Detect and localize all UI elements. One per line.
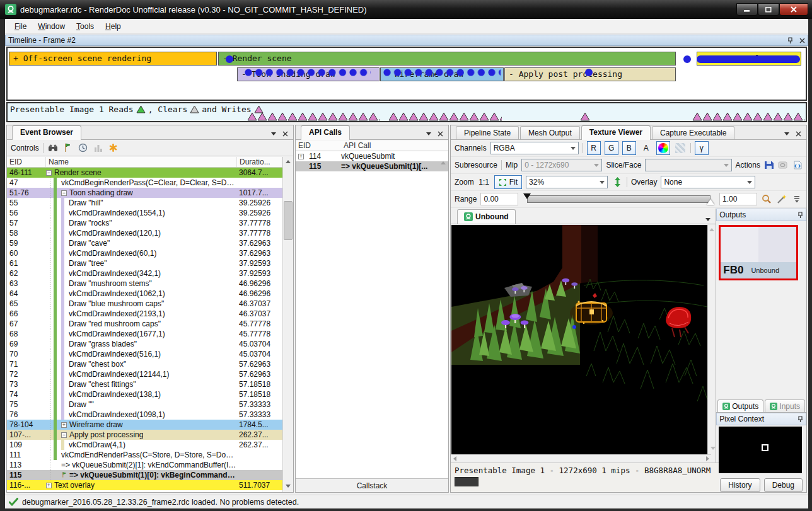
panel-menu-icon[interactable] <box>426 132 431 135</box>
custom-display-button[interactable] <box>656 141 670 155</box>
minimize-button[interactable] <box>736 3 758 16</box>
event-row[interactable]: 68vkCmdDrawIndexed(1677,1)45.77778 <box>7 329 282 339</box>
save-icon[interactable] <box>764 159 774 171</box>
mip-combo[interactable]: 0 - 1272x690 <box>521 159 602 171</box>
event-row[interactable]: 56vkCmdDrawIndexed(1554,1)39.25926 <box>7 208 282 218</box>
blue-channel-button[interactable]: B <box>622 141 636 155</box>
overlay-combo[interactable]: None <box>661 176 755 188</box>
event-row[interactable]: 46-111−Render scene3064.7... <box>7 168 282 178</box>
event-row[interactable]: 58vkCmdDrawIndexed(120,1)37.77778 <box>7 228 282 238</box>
event-row[interactable]: 62vkCmdDrawIndexed(342,1)37.92593 <box>7 268 282 278</box>
menu-file[interactable]: File <box>9 20 32 33</box>
range-slider[interactable] <box>522 193 716 205</box>
timeline-marker[interactable]: - Render scene <box>218 52 676 66</box>
timeline-canvas[interactable]: + Off-screen scene rendering- Render sce… <box>6 47 807 101</box>
event-row[interactable]: 66vkCmdDrawIndexed(2193,1)46.37037 <box>7 309 282 319</box>
event-row[interactable]: 74vkCmdDrawIndexed(138,1)57.18518 <box>7 389 282 399</box>
event-row[interactable]: 57Draw "rocks"37.77778 <box>7 218 282 228</box>
event-row[interactable]: 47vkCmdBeginRenderPass(C=Clear, D=Clear,… <box>7 178 282 188</box>
tab-pipeline-state[interactable]: Pipeline State <box>456 126 519 139</box>
event-row[interactable]: 109vkCmdDraw(4,1)262.37... <box>7 440 282 450</box>
texture-tab-list-icon[interactable] <box>705 218 710 221</box>
event-tree-scrollbar[interactable] <box>282 157 293 492</box>
api-call-row[interactable]: +114vkQueueSubmit <box>296 151 448 161</box>
timeline-resource-usage[interactable]: Presentable Image 1 Reads , Clears and W… <box>6 102 807 122</box>
event-row[interactable]: 70vkCmdDrawIndexed(516,1)45.03704 <box>7 349 282 359</box>
histogram-wand-icon[interactable] <box>776 193 787 205</box>
event-tree[interactable]: EID Name Duratio... 46-111−Render scene3… <box>7 157 282 492</box>
event-row[interactable]: 69Draw "grass blades"45.03704 <box>7 339 282 349</box>
timeline-dock-header[interactable]: Timeline - Frame #2 <box>5 35 808 46</box>
event-row[interactable]: 115=> vkQueueSubmit(1)[0]: vkBeginComman… <box>7 470 282 480</box>
expander-icon[interactable]: − <box>61 190 67 196</box>
pin-icon[interactable] <box>798 416 803 423</box>
event-row[interactable]: 107-...−Apply post processing262.37... <box>7 430 282 440</box>
menu-help[interactable]: Help <box>100 20 127 33</box>
event-row[interactable]: 113=> vkQueueSubmit(2)[1]: vkEndCommandB… <box>7 460 282 470</box>
expander-icon[interactable]: + <box>46 483 52 488</box>
zoom-combo[interactable]: 32% <box>526 176 608 188</box>
statistics-icon[interactable] <box>93 142 104 154</box>
tab-api-calls[interactable]: API Calls <box>301 125 350 140</box>
bookmark-icon[interactable] <box>108 142 119 154</box>
zoom-fit-button[interactable]: Fit <box>494 175 522 189</box>
event-row[interactable]: 67Draw "red mushroom caps"45.77778 <box>7 319 282 329</box>
history-button[interactable]: History <box>720 478 760 492</box>
close-icon[interactable] <box>282 131 288 137</box>
close-icon[interactable] <box>438 131 443 137</box>
event-row[interactable]: 78-104+Wireframe draw1784.5... <box>7 420 282 430</box>
event-row[interactable]: 60vkCmdDrawIndexed(60,1)37.62963 <box>7 248 282 258</box>
open-texture-list-icon[interactable] <box>778 159 788 171</box>
event-row[interactable]: 72vkCmdDrawIndexed(12144,1)57.62963 <box>7 369 282 379</box>
event-row[interactable]: 111vkCmdEndRenderPass(C=Store, D=Store, … <box>7 450 282 460</box>
event-row[interactable]: 76vkCmdDrawIndexed(1098,1)57.33333 <box>7 410 282 420</box>
menu-tools[interactable]: Tools <box>71 20 100 33</box>
tab-texture-viewer[interactable]: Texture Viewer <box>581 125 651 140</box>
range-max-input[interactable]: 1.00 <box>719 193 757 205</box>
callstack-splitter[interactable]: Callstack <box>296 478 448 492</box>
event-row[interactable]: 73Draw "chest fittings"57.18518 <box>7 379 282 389</box>
viewport-vscrollbar[interactable] <box>707 225 716 454</box>
api-call-list[interactable]: EID API Call +114vkQueueSubmit115=> vkQu… <box>296 141 448 478</box>
gamma-button[interactable]: γ <box>695 141 709 155</box>
expander-icon[interactable]: + <box>298 154 304 159</box>
tab-outputs[interactable]: Outputs <box>717 399 763 412</box>
range-min-input[interactable]: 0.00 <box>480 193 518 205</box>
panel-menu-icon[interactable] <box>784 132 789 135</box>
event-row[interactable]: 64vkCmdDrawIndexed(1062,1)46.96296 <box>7 289 282 299</box>
zoom-1to1-button[interactable]: 1:1 <box>478 175 490 189</box>
viewport-hscrollbar[interactable] <box>451 454 711 462</box>
event-row[interactable]: 65Draw "blue mushroom caps"46.37037 <box>7 299 282 309</box>
alpha-channel-button[interactable]: A <box>640 141 652 155</box>
pin-icon[interactable] <box>798 212 803 219</box>
texture-tab-unbound[interactable]: Unbound <box>457 209 516 224</box>
tab-mesh-output[interactable]: Mesh Output <box>520 126 580 139</box>
autofit-magnifier-icon[interactable] <box>761 193 772 205</box>
expander-icon[interactable]: − <box>46 170 52 176</box>
event-row[interactable]: 116-...+Text overlay511.7037 <box>7 480 282 490</box>
pin-icon[interactable] <box>787 37 793 44</box>
outputs-dock-header[interactable]: Outputs <box>716 209 806 221</box>
maximize-button[interactable] <box>758 3 779 16</box>
flip-vertical-icon[interactable] <box>612 176 623 188</box>
pixel-context-dock-header[interactable]: Pixel Context <box>716 413 806 425</box>
alpha-checker-button[interactable] <box>674 141 687 155</box>
channels-combo[interactable]: RGBA <box>490 142 579 154</box>
event-row[interactable]: 75Draw ""57.33333 <box>7 399 282 410</box>
time-draws-icon[interactable] <box>78 142 89 154</box>
menu-window[interactable]: Window <box>32 20 71 33</box>
tab-inputs[interactable]: Inputs <box>765 399 805 412</box>
event-row[interactable]: 59Draw "cave"37.62963 <box>7 238 282 248</box>
pixel-context-view[interactable] <box>719 427 802 473</box>
event-row[interactable]: 61Draw "tree"37.92593 <box>7 258 282 268</box>
jump-to-marker-icon[interactable] <box>62 142 74 154</box>
texture-image[interactable] <box>451 225 711 454</box>
expander-icon[interactable]: + <box>61 422 67 428</box>
red-channel-button[interactable]: R <box>587 141 601 155</box>
debug-button[interactable]: Debug <box>764 478 803 492</box>
event-tree-header[interactable]: EID Name Duratio... <box>7 157 282 168</box>
toolbar-overflow-button[interactable] <box>791 193 803 205</box>
expander-icon[interactable]: − <box>61 432 67 438</box>
panel-menu-icon[interactable] <box>271 132 276 135</box>
close-icon[interactable] <box>796 131 801 137</box>
